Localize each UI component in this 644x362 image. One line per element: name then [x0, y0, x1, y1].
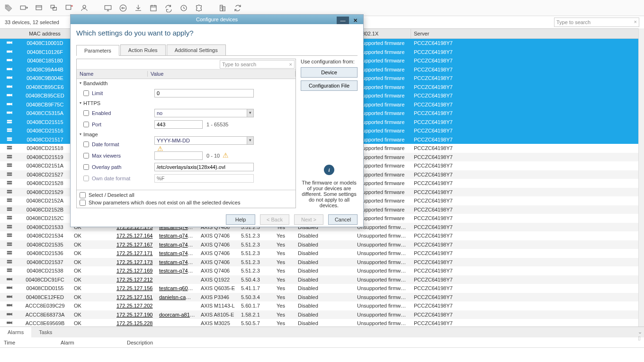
encoder-icon — [0, 267, 19, 274]
chevron-down-icon[interactable]: ▾ — [247, 137, 253, 144]
max-viewers-checkbox[interactable] — [83, 153, 89, 159]
col-server[interactable]: Server — [411, 28, 644, 39]
detach-icon[interactable]: ▯ — [638, 335, 641, 341]
own-date-format-input[interactable] — [154, 174, 254, 183]
dialog-titlebar[interactable]: Configure devices — ✕ — [71, 15, 363, 24]
download-icon[interactable] — [134, 3, 143, 13]
refresh-icon[interactable] — [164, 3, 173, 13]
chevron-down-icon[interactable]: ▾ — [247, 109, 253, 117]
arrange-icon[interactable] — [49, 3, 59, 13]
cancel-button[interactable]: Cancel — [328, 214, 358, 225]
tab-parameters[interactable]: Parameters — [76, 45, 119, 56]
col-alarm[interactable]: Alarm — [61, 340, 98, 345]
cell-hostname[interactable]: doorcam-a810... — [156, 312, 198, 318]
clear-icon[interactable]: × — [634, 19, 637, 25]
https-enabled-checkbox[interactable] — [83, 110, 89, 116]
collapse-icon[interactable]: ⌄ — [638, 329, 642, 335]
cell-address[interactable]: 172.25.127.156 — [114, 285, 156, 291]
param-col-value[interactable]: Value — [148, 71, 295, 77]
overlay-path-checkbox[interactable] — [83, 164, 89, 170]
group-bandwidth[interactable]: ▾Bandwidth — [77, 79, 295, 88]
group-https[interactable]: ▾HTTPS — [77, 99, 295, 107]
https-enabled-select[interactable]: no▾ — [154, 109, 254, 117]
table-row[interactable]: ACCC8E69569BOK172.25.125.228AXIS M30255.… — [0, 319, 644, 327]
svg-rect-7 — [105, 5, 111, 9]
https-port-input[interactable] — [154, 120, 203, 129]
cell-address[interactable]: 172.25.125.228 — [114, 320, 156, 326]
param-search-input[interactable]: Type to search × — [220, 60, 295, 69]
main-search-input[interactable]: Type to search × — [554, 18, 639, 27]
col-time[interactable]: Time — [4, 340, 32, 345]
cancel-x-icon[interactable] — [64, 3, 74, 13]
show-missing-checkbox[interactable]: Show parameters which does not exist on … — [80, 200, 293, 206]
col-mac[interactable]: MAC address — [19, 28, 71, 39]
cell-hostname[interactable]: testcam-q7406... — [156, 242, 198, 247]
sync-icon[interactable] — [233, 3, 242, 13]
key-round-icon[interactable] — [118, 3, 128, 13]
window-icon[interactable] — [34, 3, 44, 13]
tab-additional[interactable]: Additional Settings — [167, 44, 226, 55]
info-icon: i — [324, 165, 334, 175]
help-button[interactable]: Help — [226, 214, 255, 225]
cell-address[interactable]: 172.25.127.171 — [114, 250, 156, 256]
tag-icon[interactable] — [4, 3, 13, 13]
table-row[interactable]: 00408CD21536OK172.25.127.171testcam-q740… — [0, 249, 644, 258]
svg-rect-34 — [7, 207, 12, 209]
own-date-format-checkbox[interactable] — [83, 176, 89, 181]
max-viewers-input[interactable] — [154, 151, 203, 160]
table-row[interactable]: 00408CD21535OK172.25.127.167testcam-q740… — [0, 240, 644, 249]
tab-tasks[interactable]: Tasks — [31, 327, 60, 337]
col-desc[interactable]: Description — [127, 340, 640, 345]
https-port-checkbox[interactable] — [83, 122, 89, 127]
table-row[interactable]: ACCC8E039C29OK172.25.127.202AXIS M1143-L… — [0, 301, 644, 310]
cell-address[interactable]: 172.25.127.164 — [114, 233, 156, 238]
back-button[interactable]: < Back — [260, 214, 289, 225]
cell-address[interactable]: 172.25.127.169 — [114, 268, 156, 274]
limit-checkbox[interactable] — [83, 90, 89, 96]
cell-hostname[interactable]: testcam-q7406... — [156, 233, 198, 238]
calendar-icon[interactable] — [149, 3, 158, 13]
cell-hostname[interactable]: testcam-q7406... — [156, 259, 198, 265]
cell-address[interactable]: 172.25.127.212 — [114, 277, 156, 283]
tab-alarms[interactable]: Alarms — [0, 327, 31, 337]
device-button[interactable]: Device — [301, 67, 358, 78]
scrollbar[interactable] — [638, 28, 644, 327]
cell-hostname[interactable]: danielsn-cam3... — [156, 294, 198, 300]
close-button[interactable]: ✕ — [349, 17, 361, 24]
param-col-name[interactable]: Name — [77, 71, 148, 77]
building-icon[interactable] — [218, 3, 227, 13]
select-all-checkbox[interactable]: Select / Deselect all — [80, 192, 293, 198]
table-row[interactable]: 00408CD21538OK172.25.127.169testcam-q740… — [0, 266, 644, 275]
assign-ip-icon[interactable] — [19, 3, 28, 13]
monitor-icon[interactable] — [103, 3, 113, 13]
user-icon[interactable] — [80, 3, 89, 13]
cell-ieee: Unsupported firmware — [354, 277, 411, 283]
config-file-button[interactable]: Configuration File — [301, 80, 358, 91]
cell-hostname[interactable]: testcam-q7406... — [156, 250, 198, 256]
table-row[interactable]: ACCC8E68373AOK172.25.127.190doorcam-a810… — [0, 310, 644, 319]
clock-icon[interactable] — [179, 3, 188, 13]
date-format-checkbox[interactable] — [83, 141, 89, 147]
cell-hostname[interactable]: testcam-q6035... — [156, 285, 198, 291]
cell-address[interactable]: 172.25.127.151 — [114, 294, 156, 300]
cell-hostname[interactable]: testcam-q7406... — [156, 268, 198, 274]
puzzle-icon[interactable] — [194, 3, 204, 13]
cell-address[interactable]: 172.25.127.190 — [114, 312, 156, 318]
next-button[interactable]: Next > — [294, 214, 323, 225]
cell-address[interactable]: 172.25.127.173 — [114, 259, 156, 265]
parameter-list[interactable]: ▾Bandwidth Limit ▾HTTPS Enabled no▾ Port… — [77, 79, 295, 190]
tab-action-rules[interactable]: Action Rules — [120, 44, 166, 55]
clear-icon[interactable]: × — [289, 62, 292, 67]
overlay-path-input[interactable] — [154, 163, 254, 171]
table-row[interactable]: 00408CD21537OK172.25.127.173testcam-q740… — [0, 258, 644, 267]
minimize-button[interactable]: — — [337, 17, 349, 24]
table-row[interactable]: 00408CDC91FCOK172.25.127.212AXIS Q19225.… — [0, 275, 644, 284]
date-format-select[interactable]: YYYY-MM-DD▾ — [154, 136, 254, 145]
table-row[interactable]: 00408CD21534OK172.25.127.164testcam-q740… — [0, 231, 644, 240]
table-row[interactable]: 00408CE12FEDOK172.25.127.151danielsn-cam… — [0, 293, 644, 302]
limit-input[interactable] — [154, 89, 254, 97]
cell-address[interactable]: 172.25.127.167 — [114, 242, 156, 247]
cell-address[interactable]: 172.25.127.202 — [114, 303, 156, 309]
table-row[interactable]: 00408CDD0155OK172.25.127.156testcam-q603… — [0, 284, 644, 293]
config-source-panel: Use configuration from: Device Configura… — [301, 59, 358, 208]
